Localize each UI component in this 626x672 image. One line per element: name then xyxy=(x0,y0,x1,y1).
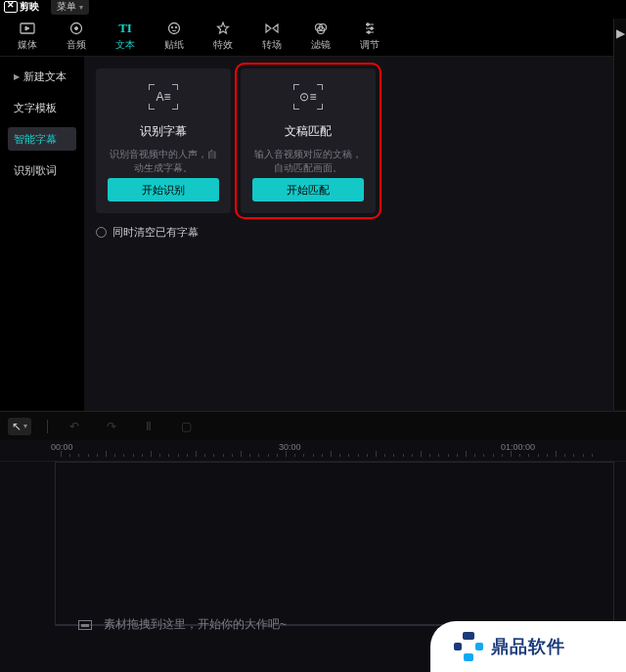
tab-label: 贴纸 xyxy=(164,38,184,52)
sidebar-item-lyric[interactable]: 识别歌词 xyxy=(8,158,76,182)
card-title: 识别字幕 xyxy=(140,123,187,140)
recognize-icon: A≡ xyxy=(149,84,178,110)
triangle-right-icon: ▶ xyxy=(14,72,20,81)
tab-label: 文本 xyxy=(115,38,135,52)
badge-logo-icon xyxy=(454,632,483,661)
tab-label: 特效 xyxy=(213,38,233,52)
tab-label: 调节 xyxy=(360,38,380,52)
ruler-mark: 01:00:00 xyxy=(501,442,535,452)
play-icon: ▶ xyxy=(616,26,626,40)
svg-point-4 xyxy=(171,26,173,28)
ruler-mark: 00:00 xyxy=(51,442,73,452)
right-panel-edge: ▶ xyxy=(613,19,626,410)
tab-sticker[interactable]: 贴纸 xyxy=(162,22,186,52)
card-title: 文稿匹配 xyxy=(285,123,332,140)
checkbox-label: 同时清空已有字幕 xyxy=(112,225,199,240)
sidebar-item-label: 智能字幕 xyxy=(14,132,57,147)
text-icon: TI xyxy=(116,22,134,35)
filter-icon xyxy=(312,22,330,35)
cursor-icon: ↖ xyxy=(12,420,22,433)
svg-point-5 xyxy=(175,26,177,28)
svg-point-2 xyxy=(75,27,78,30)
main-toolbar: 媒体 音频 TI 文本 贴纸 特效 转场 滤镜 调节 xyxy=(0,14,626,57)
transition-icon xyxy=(263,22,281,35)
media-icon xyxy=(19,22,36,35)
start-recognize-button[interactable]: 开始识别 xyxy=(108,178,219,202)
tab-label: 媒体 xyxy=(18,38,37,52)
match-icon: ⊙≡ xyxy=(293,84,323,110)
delete-button[interactable]: ▢ xyxy=(175,417,197,436)
svg-point-3 xyxy=(169,23,180,34)
menu-label: 菜单 xyxy=(57,0,76,14)
text-sidebar: ▶ 新建文本 文字模板 智能字幕 识别歌词 xyxy=(0,57,84,411)
timeline-ruler[interactable]: 00:00 30:00 01:00:00 xyxy=(0,440,626,462)
tab-transition[interactable]: 转场 xyxy=(260,22,284,52)
svg-point-11 xyxy=(368,31,371,34)
tab-effect[interactable]: 特效 xyxy=(211,22,235,52)
sidebar-item-label: 文字模板 xyxy=(14,101,57,115)
sidebar-item-new-text[interactable]: ▶ 新建文本 xyxy=(8,65,76,88)
adjust-icon xyxy=(361,22,379,35)
undo-button[interactable]: ↶ xyxy=(64,417,85,436)
watermark-badge: 鼎品软件 xyxy=(430,621,626,672)
tab-audio[interactable]: 音频 xyxy=(65,22,88,52)
card-desc: 输入音视频对应的文稿，自动匹配画面。 xyxy=(252,148,364,175)
sidebar-item-text-template[interactable]: 文字模板 xyxy=(8,96,76,119)
timeline-drop-hint: 素材拖拽到这里，开始你的大作吧~ xyxy=(78,616,287,633)
drop-hint-text: 素材拖拽到这里，开始你的大作吧~ xyxy=(104,616,287,633)
start-match-button[interactable]: 开始匹配 xyxy=(252,178,364,202)
timeline-toolbar: ↖ ▾ ↶ ↷ Ⅱ ▢ xyxy=(0,411,626,440)
redo-button[interactable]: ↷ xyxy=(101,417,122,436)
tab-label: 音频 xyxy=(67,38,86,52)
tab-media[interactable]: 媒体 xyxy=(16,22,39,52)
cursor-tool[interactable]: ↖ ▾ xyxy=(8,418,31,435)
sticker-icon xyxy=(165,22,183,35)
sidebar-item-smart-subtitle[interactable]: 智能字幕 xyxy=(8,127,76,151)
tab-label: 滤镜 xyxy=(311,38,331,52)
svg-point-9 xyxy=(367,23,370,26)
ruler-mark: 30:00 xyxy=(279,442,301,452)
sidebar-item-label: 新建文本 xyxy=(23,69,67,84)
tab-filter[interactable]: 滤镜 xyxy=(309,22,333,52)
chevron-down-icon: ▾ xyxy=(23,422,27,430)
split-button[interactable]: Ⅱ xyxy=(138,417,159,436)
badge-text: 鼎品软件 xyxy=(491,635,565,658)
content-panel: A≡ 识别字幕 识别音视频中的人声，自动生成字幕。 开始识别 ⊙≡ 文稿匹配 输… xyxy=(84,57,626,411)
tab-text[interactable]: TI 文本 xyxy=(113,22,137,52)
tab-adjust[interactable]: 调节 xyxy=(358,22,381,52)
title-bar: ✕ 剪映 菜单 ▾ xyxy=(0,0,626,14)
card-desc: 识别音视频中的人声，自动生成字幕。 xyxy=(108,148,219,175)
audio-icon xyxy=(67,22,85,35)
app-logo: ✕ xyxy=(4,1,18,13)
chevron-down-icon: ▾ xyxy=(79,3,83,12)
svg-point-10 xyxy=(371,27,374,30)
app-name: 剪映 xyxy=(20,0,39,14)
sidebar-item-label: 识别歌词 xyxy=(14,163,57,178)
separator xyxy=(47,420,48,433)
tab-label: 转场 xyxy=(262,38,282,52)
clear-subtitle-checkbox[interactable]: 同时清空已有字幕 xyxy=(96,225,614,240)
effect-icon xyxy=(214,22,232,35)
timeline-track-area[interactable] xyxy=(55,462,614,626)
menu-button[interactable]: 菜单 ▾ xyxy=(51,0,89,15)
card-script-match: ⊙≡ 文稿匹配 输入音视频对应的文稿，自动匹配画面。 开始匹配 xyxy=(241,68,376,213)
checkbox-icon xyxy=(96,227,107,238)
clip-icon xyxy=(78,620,92,630)
card-recognize-subtitle: A≡ 识别字幕 识别音视频中的人声，自动生成字幕。 开始识别 xyxy=(96,68,231,213)
